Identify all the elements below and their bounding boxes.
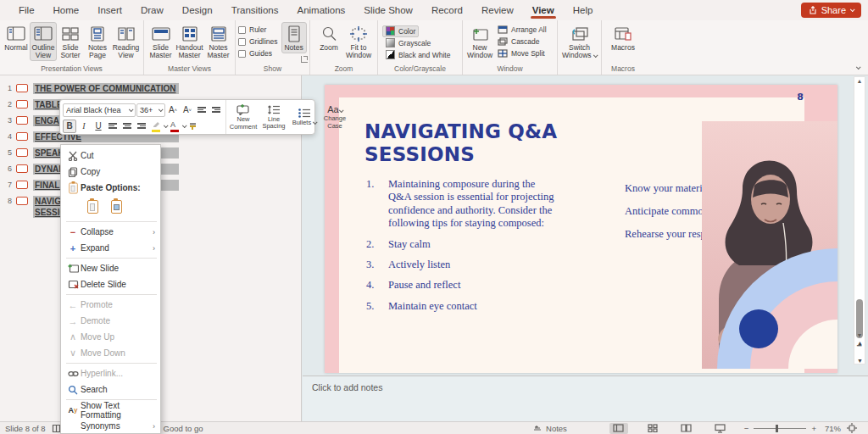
text-highlight-color-button[interactable] [149,120,163,133]
slide-title[interactable]: NAVIGATING Q&A SESSIONS [364,120,644,165]
slide-editor-canvas[interactable]: 8 NAVIGATING Q&A SESSIONS 1.Maintaining … [303,75,868,376]
change-case-button[interactable]: Aa Change Case [320,102,350,132]
fit-slide-to-window-icon[interactable] [847,423,857,433]
notes-page-button[interactable]: Notes Page [84,22,111,61]
collapse-ribbon-chevron-icon[interactable] [856,64,861,70]
context-collapse[interactable]: −Collapse› [61,224,160,240]
scroll-down-icon[interactable]: ▼ [857,331,863,340]
zoom-out-button[interactable]: − [744,424,749,433]
slide-sorter-statusbar-button[interactable] [643,423,662,434]
menu-slide-show[interactable]: Slide Show [355,2,421,19]
notes-pane[interactable]: Click to add notes [303,376,868,421]
grayscale-button[interactable]: Grayscale [382,37,434,49]
underline-button[interactable]: U [92,120,105,133]
scroll-up-icon[interactable]: ▲ [857,77,863,86]
menu-file[interactable]: File [10,2,43,19]
font-size-select[interactable]: 36+ [136,103,165,117]
reading-view-button[interactable]: Reading View [111,22,141,61]
slide-icon[interactable] [16,100,28,108]
slide-icon[interactable] [16,164,28,173]
font-name-select[interactable]: Arial Black (Hea [63,103,136,117]
next-slide-button[interactable]: ▼ [857,358,862,364]
menu-animations[interactable]: Animations [288,2,353,19]
previous-slide-button[interactable]: ▲▔ [857,340,862,352]
macros-button[interactable]: Macros [609,22,638,53]
normal-view-button[interactable]: Normal [3,22,30,53]
context-search[interactable]: Search [61,381,160,398]
menu-help[interactable]: Help [565,2,602,19]
line-spacing-button[interactable]: Line Spacing [259,102,289,132]
context-cut[interactable]: Cut [61,147,160,164]
decrease-font-size-button[interactable]: A˅ [181,103,194,117]
zoom-percentage[interactable]: 71% [825,424,841,433]
show-dialog-launcher[interactable] [301,56,308,63]
color-button[interactable]: Color [382,25,419,37]
slide-icon[interactable] [16,116,28,125]
switch-windows-button[interactable]: Switch Windows [560,22,598,61]
paste-as-picture-button[interactable] [107,198,125,216]
slide-master-button[interactable]: Slide Master [147,22,175,61]
ruler-checkbox[interactable]: Ruler [238,24,278,36]
handout-master-button[interactable]: Handout Master [175,22,204,61]
slide-8[interactable]: 8 NAVIGATING Q&A SESSIONS 1.Maintaining … [325,85,837,373]
gridlines-checkbox[interactable]: Gridlines [238,36,278,47]
notes-master-button[interactable]: Notes Master [204,22,232,61]
notes-statusbar-toggle[interactable]: Notes [532,424,567,433]
zoom-in-button[interactable]: + [811,424,816,433]
new-window-button[interactable]: New Window [465,22,494,61]
menu-review[interactable]: Review [473,2,522,19]
zoom-slider-thumb[interactable] [776,425,778,432]
menu-draw[interactable]: Draw [132,2,172,19]
menu-home[interactable]: Home [45,2,88,19]
menu-transitions[interactable]: Transitions [223,2,287,19]
slide-icon[interactable] [16,84,28,92]
italic-button[interactable]: I [77,120,91,133]
menu-view[interactable]: View [524,2,563,19]
notes-placeholder[interactable]: Click to add notes [312,382,382,392]
align-center-button[interactable] [120,120,134,133]
arrange-all-button[interactable]: Arrange All [494,24,550,36]
slide-icon[interactable] [16,148,28,157]
black-and-white-button[interactable]: Black and White [382,49,453,61]
increase-font-size-button[interactable]: A˄ [166,103,180,117]
menu-record[interactable]: Record [423,2,471,19]
slide-sorter-button[interactable]: Slide Sorter [57,22,84,61]
fit-to-window-button[interactable]: Fit to Window [344,22,374,61]
cascade-button[interactable]: Cascade [494,36,550,47]
context-expand[interactable]: +Expand› [61,240,160,256]
zoom-button[interactable]: Zoom [314,22,344,53]
format-painter-button[interactable] [186,120,200,133]
bullets-button[interactable]: Bullets [289,102,320,132]
notes-toggle-button[interactable]: Notes [281,22,307,53]
menu-insert[interactable]: Insert [89,2,131,19]
context-show-text-formatting[interactable]: AyShow Text Formatting [61,402,160,418]
language-proofing-icon[interactable] [52,424,61,433]
decrease-indent-button[interactable] [195,103,209,117]
zoom-slider[interactable] [754,428,806,429]
outline-view-button[interactable]: Outline View [30,22,57,61]
context-synonyms[interactable]: Synonyms› [61,418,160,434]
share-button[interactable]: Share [801,3,861,18]
slide-icon[interactable] [16,132,28,141]
menu-design[interactable]: Design [174,2,221,19]
slide-numbered-list[interactable]: 1.Maintaining composure during the Q&A s… [366,178,559,320]
context-new-slide[interactable]: New Slide [61,260,160,276]
slide-photo-woman-headscarf[interactable] [702,121,837,369]
increase-indent-button[interactable] [209,103,223,117]
reading-view-statusbar-button[interactable] [677,423,696,434]
bold-button[interactable]: B [63,120,76,133]
outline-slide-1[interactable]: 1THE POWER OF COMMUNICATION [0,81,301,97]
new-comment-button[interactable]: New Comment [228,102,259,132]
context-delete-slide[interactable]: Delete Slide [61,276,160,292]
align-right-button[interactable] [135,120,148,133]
paste-keep-formatting-button[interactable] [83,198,102,216]
context-copy[interactable]: Copy [61,164,160,180]
move-split-button[interactable]: Move Split [494,47,550,59]
vertical-scrollbar[interactable]: ▲ ▼ ▲▔ ▼ [854,76,865,364]
slide-icon[interactable] [16,197,28,205]
normal-view-statusbar-button[interactable] [609,423,628,434]
guides-checkbox[interactable]: Guides [238,47,278,59]
slide-show-statusbar-button[interactable] [711,423,730,434]
font-color-button[interactable]: A [168,120,181,133]
slide-icon[interactable] [16,181,28,189]
